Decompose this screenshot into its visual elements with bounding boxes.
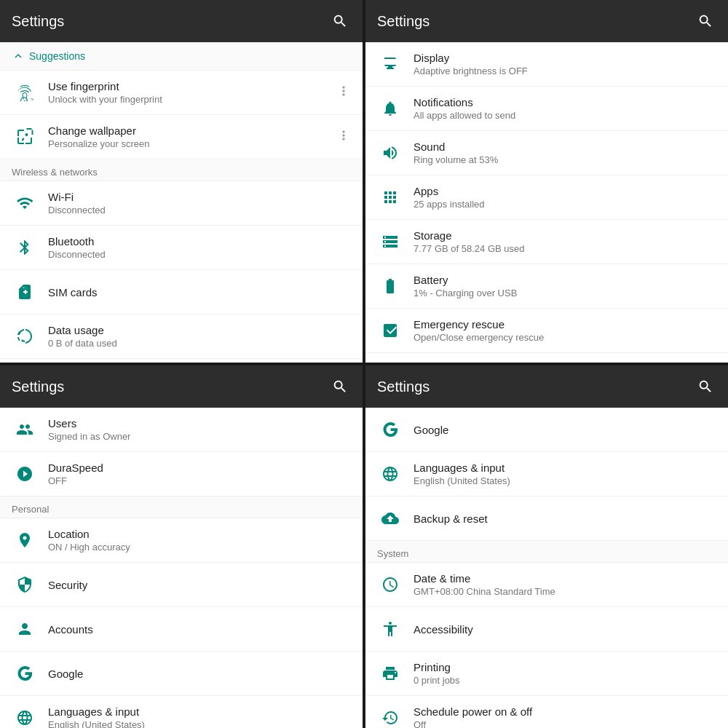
item-title: Storage bbox=[414, 229, 716, 242]
backup-icon bbox=[377, 505, 403, 531]
users-icon bbox=[12, 416, 38, 443]
setting-item-printing[interactable]: Printing0 print jobs bbox=[365, 652, 728, 696]
search-button[interactable] bbox=[329, 10, 351, 32]
item-title: Notifications bbox=[414, 96, 716, 108]
battery-icon bbox=[377, 273, 403, 299]
setting-item-location[interactable]: LocationON / High accuracy bbox=[0, 518, 363, 563]
item-title: Schedule power on & off bbox=[414, 705, 716, 718]
setting-item-more[interactable]: More bbox=[0, 359, 363, 363]
storage-icon bbox=[377, 229, 403, 255]
item-text: Wi-FiDisconnected bbox=[48, 191, 351, 215]
setting-item-accounts[interactable]: Accounts bbox=[0, 607, 363, 652]
memory-icon bbox=[377, 362, 403, 363]
printing-icon bbox=[377, 660, 403, 687]
search-button[interactable] bbox=[329, 376, 351, 397]
panel-header: Settings bbox=[365, 0, 728, 42]
setting-item-wifi[interactable]: Wi-FiDisconnected bbox=[0, 181, 363, 226]
panel-content: SuggestionsUse fingerprintUnlock with yo… bbox=[0, 42, 363, 363]
setting-item-security[interactable]: Security bbox=[0, 563, 363, 607]
language-icon bbox=[377, 461, 403, 487]
setting-item-users[interactable]: UsersSigned in as Owner bbox=[0, 408, 363, 452]
item-title: SIM cards bbox=[48, 286, 351, 298]
item-text: SIM cards bbox=[48, 286, 351, 298]
panel-bottom-left: SettingsUsersSigned in as OwnerDuraSpeed… bbox=[0, 365, 363, 728]
item-text: Printing0 print jobs bbox=[414, 661, 716, 686]
setting-item-bluetooth[interactable]: BluetoothDisconnected bbox=[0, 226, 363, 270]
settings-title: Settings bbox=[377, 379, 430, 395]
item-title: Users bbox=[48, 417, 351, 430]
item-text: SoundRing volume at 53% bbox=[414, 141, 716, 165]
item-title: Accounts bbox=[48, 623, 351, 636]
accounts-icon bbox=[12, 616, 38, 642]
item-text: Storage7.77 GB of 58.24 GB used bbox=[414, 229, 716, 254]
setting-item-apps[interactable]: Apps25 apps installed bbox=[365, 175, 728, 220]
setting-item-schedule[interactable]: Schedule power on & offOff bbox=[365, 696, 728, 728]
setting-item-wallpaper[interactable]: Change wallpaperPersonalize your screen bbox=[0, 115, 363, 159]
item-text: DisplayAdaptive brightness is OFF bbox=[414, 52, 716, 76]
item-text: Change wallpaperPersonalize your screen bbox=[48, 124, 331, 149]
item-text: LocationON / High accuracy bbox=[48, 528, 351, 553]
more-menu-icon[interactable] bbox=[331, 84, 351, 102]
more-menu-icon[interactable] bbox=[331, 128, 351, 146]
section-header: Wireless & networks bbox=[0, 159, 363, 181]
setting-item-data[interactable]: Data usage0 B of data used bbox=[0, 314, 363, 359]
setting-item-sim[interactable]: SIM cards bbox=[0, 270, 363, 314]
item-title: Emergency rescue bbox=[414, 318, 716, 331]
setting-item-google[interactable]: Google bbox=[365, 408, 728, 452]
setting-item-fingerprint[interactable]: Use fingerprintUnlock with your fingerpr… bbox=[0, 71, 363, 115]
item-subtitle: 0 B of data used bbox=[48, 338, 351, 349]
item-text: Google bbox=[414, 424, 716, 436]
item-text: Emergency rescueOpen/Close emergency res… bbox=[414, 318, 716, 343]
item-subtitle: All apps allowed to send bbox=[414, 110, 716, 121]
item-title: Languages & input bbox=[414, 462, 716, 474]
setting-item-emergency[interactable]: Emergency rescueOpen/Close emergency res… bbox=[365, 309, 728, 353]
setting-item-battery[interactable]: Battery1% - Charging over USB bbox=[365, 264, 728, 309]
item-text: Battery1% - Charging over USB bbox=[414, 274, 716, 298]
panel-bottom-right: SettingsGoogleLanguages & inputEnglish (… bbox=[365, 365, 728, 728]
setting-item-sound[interactable]: SoundRing volume at 53% bbox=[365, 131, 728, 175]
panel-content: GoogleLanguages & inputEnglish (United S… bbox=[365, 408, 728, 728]
item-subtitle: GMT+08:00 China Standard Time bbox=[414, 586, 716, 597]
wifi-icon bbox=[12, 190, 38, 216]
setting-item-accessibility[interactable]: Accessibility bbox=[365, 607, 728, 652]
item-text: Accounts bbox=[48, 623, 351, 636]
item-subtitle: Adaptive brightness is OFF bbox=[414, 66, 716, 76]
item-subtitle: Signed in as Owner bbox=[48, 431, 351, 442]
setting-item-backup[interactable]: Backup & reset bbox=[365, 496, 728, 541]
location-icon bbox=[12, 527, 38, 553]
setting-item-language[interactable]: Languages & inputEnglish (United States) bbox=[365, 452, 728, 496]
google-icon bbox=[377, 416, 403, 443]
schedule-icon bbox=[377, 705, 403, 728]
item-title: Backup & reset bbox=[414, 513, 716, 525]
search-button[interactable] bbox=[695, 10, 716, 32]
setting-item-google[interactable]: Google bbox=[0, 652, 363, 696]
data-icon bbox=[12, 323, 38, 349]
setting-item-notifications[interactable]: NotificationsAll apps allowed to send bbox=[365, 87, 728, 131]
item-title: Accessibility bbox=[414, 623, 716, 636]
suggestions-label: Suggestions bbox=[29, 50, 85, 62]
setting-item-datetime[interactable]: Date & timeGMT+08:00 China Standard Time bbox=[365, 563, 728, 607]
setting-item-duraspeed[interactable]: DuraSpeedOFF bbox=[0, 452, 363, 496]
setting-item-display[interactable]: DisplayAdaptive brightness is OFF bbox=[365, 42, 728, 87]
section-header: Personal bbox=[0, 496, 363, 518]
panel-top-left: Settings SuggestionsUse fingerprintUnloc… bbox=[0, 0, 363, 363]
item-text: Apps25 apps installed bbox=[414, 185, 716, 210]
item-subtitle: 0 print jobs bbox=[414, 675, 716, 686]
search-button[interactable] bbox=[695, 376, 716, 397]
panel-content: UsersSigned in as OwnerDuraSpeedOFFPerso… bbox=[0, 408, 363, 728]
panel-header: Settings bbox=[0, 365, 363, 408]
setting-item-storage[interactable]: Storage7.77 GB of 58.24 GB used bbox=[365, 220, 728, 264]
panel-top-right: SettingsDisplayAdaptive brightness is OF… bbox=[365, 0, 728, 363]
panel-content: DisplayAdaptive brightness is OFFNotific… bbox=[365, 42, 728, 363]
setting-item-memory[interactable]: MemoryAvg 1.2 GB of 3.7 GB memory used bbox=[365, 353, 728, 363]
item-title: Location bbox=[48, 528, 351, 540]
settings-title: Settings bbox=[12, 379, 64, 395]
security-icon bbox=[12, 571, 38, 598]
wallpaper-icon bbox=[12, 124, 38, 150]
setting-item-language[interactable]: Languages & inputEnglish (United States) bbox=[0, 696, 363, 728]
panel-header: Settings bbox=[365, 365, 728, 408]
settings-title: Settings bbox=[377, 13, 430, 30]
item-subtitle: Unlock with your fingerprint bbox=[48, 94, 331, 105]
notifications-icon bbox=[377, 95, 403, 122]
item-subtitle: ON / High accuracy bbox=[48, 542, 351, 553]
